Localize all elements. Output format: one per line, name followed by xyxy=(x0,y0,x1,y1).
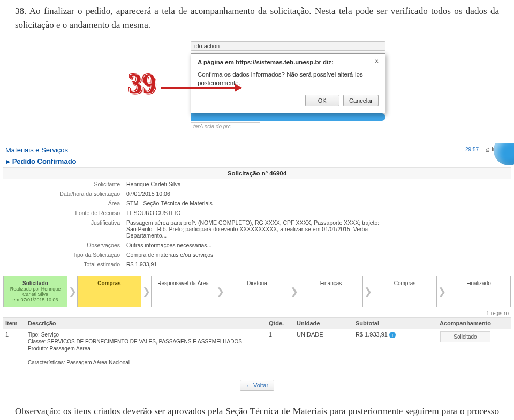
dialog-snapshot: ido.action A página em https://sistemas.… xyxy=(128,41,386,131)
workflow: Solicitado Realizado por Henrique Carlet… xyxy=(3,276,511,307)
value-observacoes: Outras informações necessárias... xyxy=(126,242,211,248)
label-area: Área xyxy=(3,200,126,207)
dialog-message: Confirma os dados informados? Não será p… xyxy=(198,71,379,87)
wf-step-responsavel: Responsável da Área xyxy=(151,276,215,307)
cell-acompanhamento: Solicitado xyxy=(420,331,511,366)
value-justificativa: Passagem aérea para profº. (NOME COMPLET… xyxy=(126,219,383,239)
value-fonte: TESOURO CUSTEIO xyxy=(126,210,181,216)
voltar-button[interactable]: Voltar xyxy=(240,380,274,391)
label-tipo: Tipo da Solicitação xyxy=(3,251,126,258)
arrow-icon xyxy=(161,87,241,89)
session-timer: 29:57 xyxy=(465,147,479,152)
blue-band xyxy=(191,113,386,121)
col-unidade: Unidade xyxy=(297,320,356,326)
value-solicitante: Henrique Carleti Silva xyxy=(126,181,181,187)
confirm-dialog: A página em https://sistemas.feb.unesp.b… xyxy=(191,53,386,113)
record-count: 1 registro xyxy=(3,309,511,317)
value-tipo: Compra de materiais e/ou serviços xyxy=(126,251,213,258)
items-table: Item Descrição Qtde. Unidade Subtotal Ac… xyxy=(3,317,511,368)
request-title: Solicitação nº 46904 xyxy=(3,167,511,179)
wf-step-solicitado: Solicitado Realizado por Henrique Carlet… xyxy=(3,276,67,307)
wf-step-finalizado: Finalizado xyxy=(447,276,511,307)
info-icon[interactable]: i xyxy=(389,332,396,338)
label-solicitante: Solicitante xyxy=(3,181,126,187)
col-item: Item xyxy=(3,320,28,326)
chevron-right-icon: ❯ xyxy=(215,276,225,307)
wf-step-financas: Finanças xyxy=(299,276,363,307)
observacao-text: Observação: os itens criados deverão ser… xyxy=(0,395,514,420)
label-justificativa: Justificativa xyxy=(3,219,126,239)
subsection-heading: ▸ Pedido Confirmado xyxy=(3,155,511,167)
chevron-right-icon: ❯ xyxy=(67,276,77,307)
ok-button[interactable]: OK xyxy=(305,95,339,106)
close-icon[interactable]: × xyxy=(375,58,379,64)
value-datahora: 07/01/2015 10:06 xyxy=(126,190,170,197)
intro-text: 38. Ao finalizar o pedido, aparecerá a t… xyxy=(0,0,514,39)
cell-subtotal: R$ 1.933,91i xyxy=(356,331,420,366)
truncated-input[interactable] xyxy=(191,122,260,131)
table-row: 1 Tipo: Serviço Classe: SERVICOS DE FORN… xyxy=(3,329,511,368)
chevron-right-icon: ❯ xyxy=(363,276,373,307)
step-number-39: 39 xyxy=(128,68,156,100)
wf-step-diretoria: Diretoria xyxy=(225,276,289,307)
label-observacoes: Observações xyxy=(3,242,126,248)
chevron-right-icon: ❯ xyxy=(141,276,151,307)
system-panel: Materiais e Serviços 29:57 🖨 Imprimir ▸ … xyxy=(0,143,514,391)
label-total: Total estimado xyxy=(3,261,126,268)
chevron-right-icon: ❯ xyxy=(437,276,447,307)
cell-qtde: 1 xyxy=(269,331,297,366)
status-badge: Solicitado xyxy=(440,331,490,342)
value-area: STM - Seção Técnica de Materiais xyxy=(126,200,213,207)
wf-step-compras2: Compras xyxy=(373,276,437,307)
url-fragment: ido.action xyxy=(191,41,386,51)
chevron-right-icon: ❯ xyxy=(289,276,299,307)
value-total: R$ 1.933,91 xyxy=(126,261,157,268)
cell-unidade: UNIDADE xyxy=(297,331,356,366)
wf-step-compras: Compras xyxy=(77,276,141,307)
label-fonte: Fonte de Recurso xyxy=(3,210,126,216)
col-acompanhamento: Acompanhamento xyxy=(420,320,511,326)
cell-descricao: Tipo: Serviço Classe: SERVICOS DE FORNEC… xyxy=(28,331,269,366)
section-heading: Materiais e Serviços xyxy=(3,143,70,155)
col-descricao: Descrição xyxy=(28,320,269,326)
cell-item: 1 xyxy=(3,331,28,366)
dialog-title: A página em https://sistemas.feb.unesp.b… xyxy=(198,59,334,65)
col-subtotal: Subtotal xyxy=(356,320,420,326)
label-datahora: Data/hora da solicitação xyxy=(3,190,126,197)
col-qtde: Qtde. xyxy=(269,320,297,326)
cancel-button[interactable]: Cancelar xyxy=(343,95,379,106)
